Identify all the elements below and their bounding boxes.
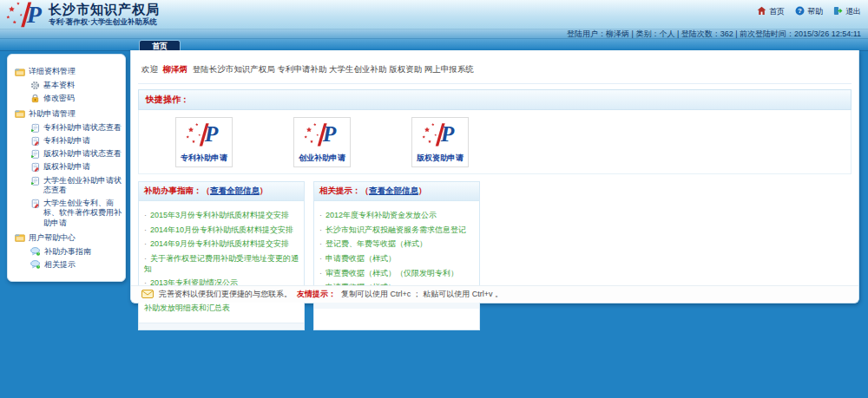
app-title: 长沙市知识产权局 bbox=[49, 3, 160, 17]
header-nav-logout[interactable]: 退出 bbox=[833, 6, 861, 17]
header-nav-home[interactable]: 首页 bbox=[757, 6, 785, 17]
quick-actions-header: 快捷操作： bbox=[138, 89, 852, 110]
quick-action-button[interactable]: 创业补助申请 bbox=[293, 117, 351, 167]
tab-bar: 首页 bbox=[0, 39, 868, 51]
welcome-suffix: 登陆长沙市知识产权局 专利申请补助 大学生创业补助 版权资助 网上申报系统 bbox=[193, 64, 474, 74]
sidebar-item[interactable]: 修改密码 bbox=[30, 94, 122, 103]
quick-action-label: 专利补助申请 bbox=[178, 153, 230, 164]
svg-text:?: ? bbox=[798, 7, 802, 15]
quick-actions-row: 专利补助申请创业补助申请版权资助申请 bbox=[138, 110, 852, 174]
quick-actions-title: 快捷操作： bbox=[146, 95, 189, 104]
sidebar-item[interactable]: 大学生创业专利、商标、软件著作权费用补助申请 bbox=[30, 199, 122, 228]
info-link[interactable]: 登记费、年费等收据（样式） bbox=[319, 239, 474, 250]
main-panel: 欢迎 柳泽炳 登陆长沙市知识产权局 专利申请补助 大学生创业补助 版权资助 网上… bbox=[130, 50, 859, 303]
info-link[interactable]: 审查费收据（样式）（仅限发明专利） bbox=[319, 269, 474, 279]
title-block: 长沙市知识产权局 专利·著作权·大学生创业补助系统 bbox=[49, 3, 160, 26]
column-header: 补助办事指南：（查看全部信息） bbox=[139, 182, 304, 201]
app-header: 长沙市知识产权局 专利·著作权·大学生创业补助系统 首页?帮助退出 bbox=[0, 0, 868, 29]
status-icon bbox=[30, 176, 40, 186]
header-nav: 首页?帮助退出 bbox=[757, 6, 861, 17]
sidebar-group-header[interactable]: 补助申请管理 bbox=[15, 108, 122, 120]
form-icon bbox=[30, 199, 40, 208]
help-icon: ? bbox=[795, 6, 805, 17]
user-status-text: 登陆用户：柳泽炳 | 类别：个人 | 登陆次数：362 | 前次登陆时间：201… bbox=[567, 29, 861, 38]
quick-action-label: 版权资助申请 bbox=[414, 153, 466, 164]
app-subtitle: 专利·著作权·大学生创业补助系统 bbox=[49, 18, 160, 26]
info-link[interactable]: 长沙市知识产权投融资服务需求信息登记 bbox=[319, 225, 474, 236]
user-status-bar: 登陆用户：柳泽炳 | 类别：个人 | 登陆次数：362 | 前次登陆时间：201… bbox=[0, 29, 868, 39]
app-logo-icon bbox=[303, 121, 341, 147]
info-link[interactable]: 申请费收据（样式） bbox=[319, 254, 474, 264]
lock-icon bbox=[30, 94, 40, 103]
tips-column: 相关提示：（查看全部信息）2012年度专利补助资金发放公示长沙市知识产权投融资服… bbox=[313, 181, 480, 330]
logout-icon bbox=[833, 6, 843, 17]
view-all-link[interactable]: 查看全部信息 bbox=[210, 186, 260, 195]
quick-action-button[interactable]: 版权资助申请 bbox=[411, 117, 469, 167]
app-logo-icon bbox=[421, 121, 459, 147]
footer-text: 完善资料以便我们更便捷的与您联系。 bbox=[159, 289, 292, 300]
info-link[interactable]: 2015年3月份专利补助纸质材料提交安排 bbox=[144, 211, 299, 221]
app-logo-icon bbox=[185, 121, 223, 147]
svg-text:?: ? bbox=[37, 265, 39, 269]
guide-column: 补助办事指南：（查看全部信息）2015年3月份专利补助纸质材料提交安排2014年… bbox=[138, 181, 305, 330]
sidebar-item[interactable]: 版权补助申请状态查看 bbox=[30, 149, 122, 159]
welcome-username: 柳泽炳 bbox=[163, 64, 188, 74]
info-link[interactable]: 2012年度专利补助资金发放公示 bbox=[319, 211, 474, 221]
mail-icon bbox=[141, 290, 154, 300]
form-icon bbox=[30, 162, 40, 172]
columns: 补助办事指南：（查看全部信息）2015年3月份专利补助纸质材料提交安排2014年… bbox=[138, 181, 852, 330]
sidebar-item[interactable]: 大学生创业补助申请状态查看 bbox=[30, 176, 122, 196]
status-icon bbox=[30, 123, 40, 133]
footer-tip-label: 友情提示： bbox=[297, 289, 336, 300]
gear-icon bbox=[30, 81, 40, 90]
info-link[interactable]: 2014年10月份专利补助纸质材料提交安排 bbox=[144, 225, 299, 236]
sidebar-menu: 详细资料管理基本资料修改密码补助申请管理专利补助申请状态查看专利补助申请版权补助… bbox=[13, 66, 122, 270]
main-footer: 完善资料以便我们更便捷的与您联系。 友情提示： 复制可以使用 Ctrl+c ； … bbox=[131, 285, 858, 303]
column-footer bbox=[139, 323, 304, 329]
sidebar-item[interactable]: 专利补助申请 bbox=[30, 136, 122, 146]
welcome-prefix: 欢迎 bbox=[141, 64, 158, 74]
status-icon bbox=[30, 149, 40, 159]
form-icon bbox=[30, 136, 40, 146]
folder-icon bbox=[15, 233, 25, 242]
sidebar-item[interactable]: 专利补助申请状态查看 bbox=[30, 123, 122, 133]
column-footer bbox=[314, 302, 479, 309]
home-icon bbox=[757, 6, 766, 17]
sidebar-item[interactable]: ?相关提示 bbox=[30, 260, 122, 270]
sidebar-item[interactable]: 版权补助申请 bbox=[30, 162, 122, 172]
quick-action-button[interactable]: 专利补助申请 bbox=[175, 117, 233, 167]
info-link[interactable]: 关于著作权登记费用补助受理地址变更的通知 bbox=[144, 254, 299, 274]
folder-icon bbox=[15, 68, 25, 76]
svg-text:?: ? bbox=[37, 252, 39, 256]
info-link[interactable]: 2014年9月份专利补助纸质材料提交安排 bbox=[144, 239, 299, 250]
sidebar-item[interactable]: ?补助办事指南 bbox=[30, 247, 122, 257]
folder-icon bbox=[15, 109, 25, 118]
chat-icon: ? bbox=[30, 260, 41, 269]
app-logo-icon bbox=[3, 0, 49, 29]
info-list: 2015年3月份专利补助纸质材料提交安排2014年10月份专利补助纸质材料提交安… bbox=[139, 201, 304, 323]
footer-tip-text: 复制可以使用 Ctrl+c ； 粘贴可以使用 Ctrl+v 。 bbox=[341, 289, 503, 300]
chat-icon: ? bbox=[30, 247, 41, 256]
welcome-line: 欢迎 柳泽炳 登陆长沙市知识产权局 专利申请补助 大学生创业补助 版权资助 网上… bbox=[138, 59, 852, 84]
sidebar-item[interactable]: 基本资料 bbox=[30, 81, 122, 90]
header-nav-help[interactable]: ?帮助 bbox=[795, 6, 823, 17]
quick-action-label: 创业补助申请 bbox=[296, 153, 348, 164]
view-all-link[interactable]: 查看全部信息 bbox=[369, 186, 418, 195]
column-header: 相关提示：（查看全部信息） bbox=[314, 182, 479, 201]
sidebar-group-header[interactable]: 用户帮助中心 bbox=[15, 232, 122, 244]
page: 长沙市知识产权局 专利·著作权·大学生创业补助系统 首页?帮助退出 登陆用户：柳… bbox=[0, 0, 868, 398]
sidebar-group-header[interactable]: 详细资料管理 bbox=[15, 66, 122, 77]
sidebar: 详细资料管理基本资料修改密码补助申请管理专利补助申请状态查看专利补助申请版权补助… bbox=[7, 54, 126, 282]
